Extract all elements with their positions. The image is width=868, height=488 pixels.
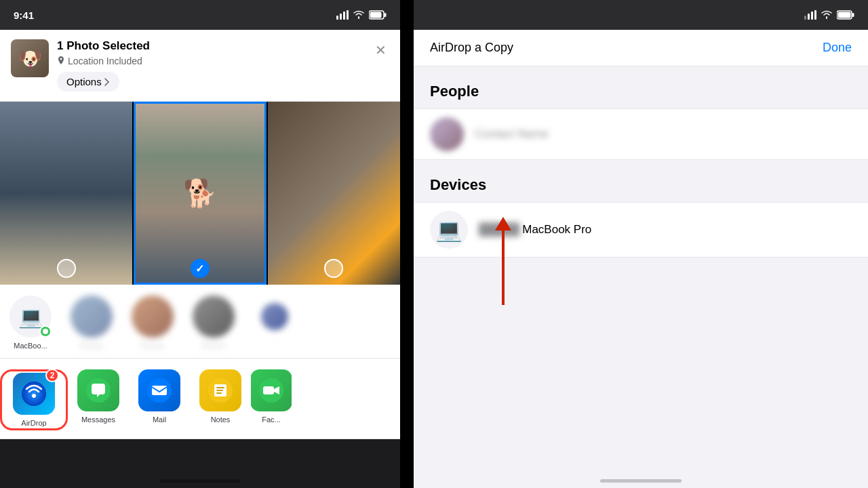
blurred-icon-4: [261, 303, 288, 330]
svg-rect-23: [814, 10, 816, 20]
macbook-icon: 💻: [9, 296, 52, 338]
airdrop-app-icon: 2: [13, 373, 55, 415]
facetime-app[interactable]: Fac...: [251, 369, 292, 430]
airdrop-mini-icon: [42, 328, 49, 335]
people-item[interactable]: Contact Name: [414, 109, 868, 159]
svg-rect-0: [336, 16, 338, 20]
svg-rect-16: [216, 390, 223, 391]
status-time: 9:41: [14, 9, 34, 21]
notes-icon: [208, 378, 233, 403]
messages-app-name: Messages: [81, 415, 115, 424]
right-home-indicator: [600, 479, 682, 483]
airdrop-title: AirDrop a Copy: [430, 41, 513, 55]
people-section-label: People: [414, 66, 868, 108]
blurred-icon-1: [71, 296, 113, 338]
left-panel: 9:41 🐶 1 Photo Selec: [0, 0, 400, 488]
svg-rect-20: [804, 16, 806, 20]
svg-rect-5: [384, 13, 387, 17]
select-circle-1[interactable]: [57, 259, 76, 278]
right-signal-icon: [804, 10, 816, 20]
people-name: Contact Name: [475, 127, 549, 141]
people-section: People Contact Name: [414, 66, 868, 160]
facetime-app-icon: [251, 369, 292, 411]
svg-rect-6: [370, 12, 382, 18]
app-share-row: 2 AirDrop Messages Mail: [0, 359, 400, 439]
airdrop-badge: [39, 325, 52, 338]
macbook-person[interactable]: 💻 MacBoo...: [0, 296, 61, 350]
chevron-right-icon: [104, 78, 110, 86]
blurred-person-3[interactable]: Person: [183, 296, 244, 350]
mail-icon: [147, 378, 172, 403]
right-status-bar: [414, 0, 868, 30]
location-icon: [57, 56, 65, 66]
macbook-label: MacBoo...: [14, 342, 47, 350]
airdrop-app[interactable]: 2 AirDrop: [3, 373, 64, 427]
airdrop-app-name: AirDrop: [21, 419, 46, 427]
device-icon-circle: 💻: [430, 211, 468, 249]
svg-rect-21: [808, 14, 810, 20]
blurred-name-1: Person: [80, 342, 104, 350]
right-wifi-icon: [821, 10, 833, 20]
blurred-person-1[interactable]: Person: [61, 296, 122, 350]
share-info: 1 Photo Selected Location Included Optio…: [57, 39, 364, 92]
messages-app-icon: [77, 369, 119, 411]
options-label: Options: [66, 76, 102, 87]
facetime-icon: [259, 378, 283, 403]
airdrop-wifi-icon: [21, 381, 47, 407]
blurred-icon-3: [193, 296, 235, 338]
done-button[interactable]: Done: [823, 41, 852, 55]
messages-app[interactable]: Messages: [68, 369, 129, 430]
wifi-icon: [353, 10, 365, 20]
status-icons: [336, 10, 387, 20]
facetime-app-name: Fac...: [262, 415, 281, 424]
blurred-person-4[interactable]: ...: [244, 296, 305, 350]
notes-app-name: Notes: [211, 415, 231, 424]
people-avatar: [430, 117, 464, 151]
airdrop-people-row: 💻 MacBoo... Person Person Person ...: [0, 285, 400, 359]
panel-gap: [400, 0, 414, 488]
blurred-icon-2: [132, 296, 174, 338]
location-text: Location Included: [68, 56, 142, 66]
svg-rect-26: [838, 12, 851, 18]
svg-rect-17: [216, 392, 222, 394]
arrow-annotation: [495, 217, 511, 305]
share-location: Location Included: [57, 56, 364, 66]
devices-item[interactable]: 💻 █████ MacBook Pro: [414, 202, 868, 258]
photo-cell-3[interactable]: [268, 102, 400, 285]
share-title: 1 Photo Selected: [57, 39, 364, 53]
svg-rect-19: [263, 386, 274, 394]
close-button[interactable]: ✕: [372, 39, 389, 61]
devices-section: Devices 💻 █████ MacBook Pro: [414, 160, 868, 258]
airdrop-highlight: 2 AirDrop: [0, 369, 68, 430]
share-header: 🐶 1 Photo Selected Location Included Opt…: [0, 30, 400, 102]
arrow-shaft: [502, 230, 505, 305]
device-model: MacBook Pro: [522, 223, 591, 237]
select-circle-3[interactable]: [324, 259, 343, 278]
photo-bg-1: [0, 102, 132, 285]
right-status-icons: [804, 10, 854, 20]
options-button[interactable]: Options: [57, 72, 119, 92]
blurred-person-2[interactable]: Person: [122, 296, 183, 350]
svg-rect-25: [852, 13, 854, 17]
mail-app-name: Mail: [153, 415, 166, 424]
right-battery-icon: [837, 10, 854, 20]
devices-section-label: Devices: [414, 160, 868, 202]
left-status-bar: 9:41: [0, 0, 400, 30]
home-indicator: [159, 479, 241, 483]
arrow-head: [495, 217, 511, 230]
select-circle-2[interactable]: ✓: [191, 259, 210, 278]
check-mark: ✓: [195, 262, 204, 275]
mail-app-icon: [138, 369, 180, 411]
share-thumbnail: 🐶: [11, 39, 49, 77]
photo-cell-1[interactable]: [0, 102, 132, 285]
mail-app[interactable]: Mail: [129, 369, 190, 430]
photo-bg-2: 🐕: [134, 102, 266, 285]
photo-cell-2[interactable]: 🐕 ✓: [134, 102, 266, 285]
svg-rect-1: [340, 14, 342, 20]
notes-app[interactable]: Notes: [190, 369, 251, 430]
svg-rect-12: [152, 386, 167, 395]
photo-bg-3: [268, 102, 400, 285]
photo-grid: 🐕 ✓: [0, 102, 400, 285]
airdrop-badge-count: 2: [45, 369, 59, 382]
svg-rect-3: [347, 10, 349, 20]
